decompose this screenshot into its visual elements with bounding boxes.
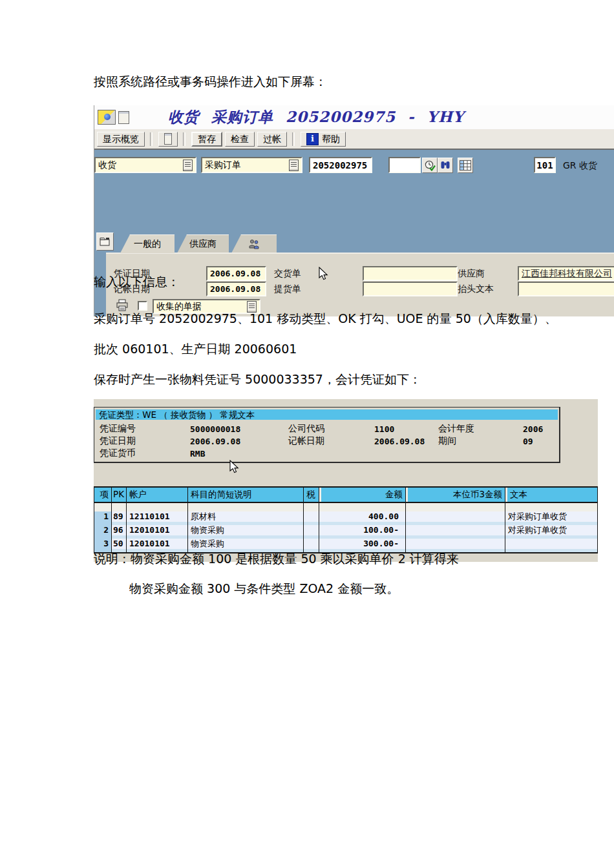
header-collapse-button[interactable] [96, 232, 114, 251]
title-bar: 收货 采购订单 2052002975 - YHY [94, 105, 614, 130]
reference-doc-select[interactable]: 采购订单 [201, 157, 302, 173]
note-text-1: 说明：物资采购金额 100 是根据数量 50 乘以采购单价 2 计算得来 [94, 551, 459, 568]
sap-menu-icon[interactable] [98, 110, 116, 125]
accounting-document-window: 凭证类型 : WE （ 接收货物 ） 常规文本 凭证编号 5000000018 … [94, 399, 598, 562]
fi-short-text: 物资采购 [188, 525, 304, 539]
clock-check-icon [425, 160, 436, 171]
fi-tax [304, 512, 319, 525]
action-value: 收货 [98, 160, 116, 171]
delivery-note-label: 交货单 [274, 268, 301, 280]
movement-type-input[interactable]: 101 [534, 157, 556, 173]
application-toolbar: 显示概览 暂存 检查 过帐 i 帮助 [94, 129, 614, 150]
fi-doc-date-label: 凭证日期 [100, 435, 136, 447]
fi-tax [304, 525, 319, 539]
fi-pk: 89 [112, 512, 127, 525]
tab-general[interactable]: 一般的 [120, 234, 175, 253]
action-select[interactable]: 收货 [94, 157, 196, 173]
bill-of-lading-label: 提货单 [274, 284, 301, 295]
fi-table-gap-row [94, 503, 598, 512]
help-button[interactable]: i 帮助 [301, 132, 346, 147]
delivery-note-field[interactable] [363, 266, 458, 281]
save-text: 保存时产生一张物料凭证号 5000033357，会计凭证如下： [94, 371, 421, 388]
fi-item-no: 3 [94, 539, 112, 552]
fiscal-year-value: 2006 [523, 424, 543, 434]
printer-icon [116, 299, 129, 312]
movement-type-text: GR 收货 [563, 160, 597, 172]
window-title: 收货 采购订单 2052002975 - YHY [168, 107, 464, 127]
po-detail-text: 采购订单号 2052002975、101 移动类型、OK 打勾、UOE 的量 5… [94, 311, 557, 327]
fi-account: 12010101 [127, 525, 188, 539]
fi-row-3: 3 50 12010101 物资采购 300.00- [94, 539, 598, 552]
post-button[interactable]: 过帐 [257, 132, 287, 147]
fi-local-amount [406, 525, 505, 539]
check-button[interactable]: 检查 [225, 132, 255, 147]
col-text[interactable]: 文本 [505, 488, 598, 502]
fi-account: 12010101 [127, 539, 188, 552]
fi-item-no: 1 [94, 512, 112, 525]
fi-amount: 100.00- [319, 525, 406, 539]
fi-posting-date-label: 记帐日期 [288, 435, 324, 447]
toolbar-separator [150, 132, 153, 146]
intro-text: 按照系统路径或事务码操作进入如下屏幕： [94, 74, 327, 90]
period-value: 09 [523, 437, 533, 446]
po-number-input[interactable]: 2052002975 [309, 157, 372, 173]
header-text-label: 抬头文本 [458, 284, 494, 295]
batch-text: 批次 060101、生产日期 20060601 [94, 341, 297, 358]
find-button[interactable] [438, 158, 453, 173]
period-label: 期间 [438, 435, 456, 447]
window-list-icon[interactable] [118, 111, 129, 124]
fi-text: 对采购订单收货 [505, 525, 598, 539]
fi-text: 对采购订单收货 [505, 512, 598, 525]
doc-date-field[interactable]: 2006.09.08 [206, 266, 266, 281]
toolbar-separator [183, 132, 185, 146]
fi-row-2: 2 96 12010101 物资采购 100.00- 对采购订单收货 [94, 525, 598, 539]
doc-no-label: 凭证编号 [100, 423, 136, 435]
col-tax[interactable]: 税 [304, 488, 319, 502]
fi-short-text: 原材料 [188, 512, 304, 525]
dropdown-icon[interactable] [183, 160, 193, 171]
tab-partners[interactable] [231, 234, 277, 253]
folder-icon [100, 237, 111, 246]
vendor-link[interactable]: 江西佳邦科技有限公司 [522, 268, 612, 280]
col-pk[interactable]: PK [112, 488, 127, 502]
fi-doc-header-box: 凭证类型 : WE （ 接收货物 ） 常规文本 凭证编号 5000000018 … [94, 407, 560, 463]
company-code-label: 公司代码 [288, 423, 324, 435]
fi-amount: 400.00 [319, 512, 406, 525]
blank-page-icon [164, 133, 172, 145]
fi-pk: 96 [112, 525, 127, 539]
col-account[interactable]: 帐户 [127, 488, 188, 502]
execute-button[interactable] [422, 158, 438, 173]
doc-type-line: 凭证类型 : WE （ 接收货物 ） 常规文本 [96, 409, 558, 420]
tab-vendor[interactable]: 供应商 [177, 234, 229, 253]
item-detail-button[interactable] [458, 158, 473, 173]
company-code-value: 1100 [374, 424, 394, 434]
vendor-field[interactable]: 江西佳邦科技有限公司 [518, 266, 614, 281]
posting-date-field[interactable]: 2006.09.08 [206, 282, 266, 296]
po-item-input[interactable] [388, 157, 421, 173]
bill-of-lading-field[interactable] [363, 282, 458, 296]
col-item[interactable]: 项 [94, 488, 112, 502]
print-checkbox[interactable] [138, 301, 147, 311]
fi-pk: 50 [112, 539, 127, 552]
people-icon [248, 239, 260, 249]
dropdown-icon[interactable] [289, 160, 299, 171]
table-layout-icon [460, 160, 471, 170]
fi-amount: 300.00- [319, 539, 406, 552]
fi-row-1: 1 89 12110101 原材料 400.00 对采购订单收货 [94, 512, 598, 525]
hold-button[interactable]: 暂存 [191, 132, 222, 147]
col-amount[interactable]: 金额 [319, 488, 406, 502]
col-short-text[interactable]: 科目的简短说明 [188, 488, 304, 502]
note-text-2: 物资采购金额 300 与条件类型 ZOA2 金额一致。 [129, 581, 399, 597]
fi-account: 12110101 [127, 512, 188, 525]
header-text-field[interactable] [518, 282, 614, 296]
col-local-amount[interactable]: 本位币3金额 [406, 488, 505, 502]
new-document-button[interactable] [158, 132, 178, 147]
migo-body: 收货 采购订单 2052002975 [94, 150, 614, 316]
fi-tax [304, 539, 319, 552]
vendor-label: 供应商 [458, 268, 485, 280]
display-overview-button[interactable]: 显示概览 [97, 132, 145, 147]
fi-short-text: 物资采购 [188, 539, 304, 552]
fi-posting-date-value: 2006.09.08 [374, 437, 425, 446]
help-label: 帮助 [322, 132, 340, 145]
currency-value: RMB [190, 449, 205, 459]
